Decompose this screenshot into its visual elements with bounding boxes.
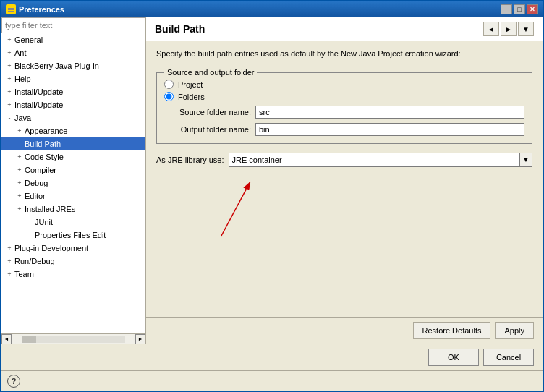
dropdown-arrow-icon: ▼ bbox=[523, 156, 530, 163]
scroll-left-arrow[interactable]: ◄ bbox=[1, 334, 12, 344]
expand-icon: + bbox=[4, 100, 14, 110]
expand-icon: + bbox=[4, 87, 14, 97]
tree-area: + General + Ant + BlackBerry Java Plug-i… bbox=[1, 33, 145, 333]
sidebar-item-label: BlackBerry Java Plug-in bbox=[14, 61, 99, 70]
preferences-window: Preferences _ □ ✕ + General + Ant bbox=[0, 0, 544, 392]
svg-rect-3 bbox=[8, 11, 14, 12]
arrow-annotation bbox=[156, 171, 532, 243]
jre-input[interactable] bbox=[229, 153, 519, 167]
jre-dropdown-button[interactable]: ▼ bbox=[519, 153, 532, 167]
sidebar-item-label: Install/Update bbox=[14, 101, 63, 109]
jre-row: As JRE library use: ▼ bbox=[156, 153, 532, 167]
sidebar-item-label: General bbox=[14, 35, 43, 44]
expand-icon: + bbox=[4, 269, 14, 279]
source-folder-input[interactable] bbox=[255, 106, 524, 119]
sidebar-item-label: Editor bbox=[25, 192, 46, 200]
expand-icon: + bbox=[4, 74, 14, 84]
sidebar-item-debug[interactable]: + Debug bbox=[1, 176, 145, 189]
panel-title: Build Path bbox=[155, 23, 205, 35]
sidebar-item-label: Appearance bbox=[25, 127, 67, 135]
sidebar-item-ant[interactable]: + Ant bbox=[1, 46, 145, 59]
back-button[interactable]: ◄ bbox=[483, 22, 499, 36]
expand-icon: + bbox=[4, 35, 14, 45]
sidebar-item-rundebug[interactable]: + Run/Debug bbox=[1, 255, 145, 268]
radio-folders-row: Folders bbox=[164, 92, 524, 101]
sidebar-item-appearance[interactable]: + Appearance bbox=[1, 124, 145, 137]
expand-icon: + bbox=[14, 178, 25, 188]
sidebar-item-label: Code Style bbox=[25, 153, 64, 161]
sidebar-item-plugindev[interactable]: + Plug-in Development bbox=[1, 242, 145, 255]
sidebar-item-help[interactable]: + Help bbox=[1, 72, 145, 85]
radio-project-label: Project bbox=[178, 80, 203, 89]
sidebar-item-label: Run/Debug bbox=[14, 257, 55, 265]
sidebar-item-label: Install/Update bbox=[14, 88, 63, 96]
panel-toolbar: ◄ ► ▼ bbox=[483, 22, 534, 36]
source-group-legend: Source and output folder bbox=[164, 68, 257, 77]
expand-icon: + bbox=[14, 191, 25, 201]
source-folder-label: Source folder name: bbox=[164, 108, 251, 116]
sidebar-item-label: Debug bbox=[25, 179, 48, 187]
filter-input[interactable] bbox=[1, 17, 145, 33]
scroll-track bbox=[22, 336, 125, 343]
expand-icon: - bbox=[4, 113, 14, 123]
apply-button[interactable]: Apply bbox=[495, 322, 534, 339]
sidebar-item-junit[interactable]: JUnit bbox=[1, 216, 145, 229]
sidebar-item-label: Ant bbox=[14, 48, 27, 57]
scroll-thumb bbox=[22, 336, 36, 343]
sidebar-scrollbar[interactable]: ◄ ► bbox=[1, 333, 145, 344]
sidebar-item-team[interactable]: + Team bbox=[1, 268, 145, 281]
jre-label: As JRE library use: bbox=[156, 155, 224, 164]
sidebar-item-installedjres[interactable]: + Installed JREs bbox=[1, 203, 145, 216]
sidebar-item-editor[interactable]: + Editor bbox=[1, 189, 145, 203]
expand-icon: + bbox=[4, 243, 14, 253]
main-panel: Build Path ◄ ► ▼ Specify the build path … bbox=[146, 17, 543, 344]
minimize-button[interactable]: _ bbox=[501, 4, 512, 14]
cancel-button[interactable]: Cancel bbox=[483, 349, 534, 366]
back-icon: ◄ bbox=[488, 25, 495, 33]
sidebar-item-label: Build Path bbox=[25, 140, 61, 148]
sidebar-item-blackberry[interactable]: + BlackBerry Java Plug-in bbox=[1, 59, 145, 72]
sidebar-item-label: Team bbox=[14, 270, 34, 278]
maximize-button[interactable]: □ bbox=[514, 4, 525, 14]
help-bar: ? bbox=[1, 370, 543, 391]
sidebar-item-install2[interactable]: + Install/Update bbox=[1, 98, 145, 111]
sidebar-item-buildpath[interactable]: Build Path bbox=[1, 137, 145, 150]
sidebar-item-label: JUnit bbox=[35, 218, 53, 226]
ok-bar: OK Cancel bbox=[1, 344, 543, 370]
svg-rect-2 bbox=[8, 9, 14, 10]
sidebar-item-label: Properties Files Edit bbox=[35, 231, 106, 239]
output-folder-input[interactable] bbox=[255, 123, 524, 136]
output-folder-row: Output folder name: bbox=[164, 123, 524, 136]
sidebar-item-label: Compiler bbox=[25, 166, 56, 174]
radio-project[interactable] bbox=[164, 80, 174, 89]
help-icon[interactable]: ? bbox=[7, 375, 20, 388]
forward-button[interactable]: ► bbox=[501, 22, 517, 36]
expand-icon: + bbox=[14, 204, 25, 214]
expand-icon: + bbox=[4, 61, 14, 71]
panel-body: Specify the build path entries used as d… bbox=[146, 41, 543, 317]
annotation-arrow-svg bbox=[156, 171, 301, 243]
expand-icon: + bbox=[14, 165, 25, 175]
radio-folders-label: Folders bbox=[178, 93, 205, 101]
sidebar-item-label: Java bbox=[14, 114, 31, 122]
sidebar-item-install1[interactable]: + Install/Update bbox=[1, 85, 145, 98]
ok-button[interactable]: OK bbox=[428, 349, 479, 366]
scroll-right-arrow[interactable]: ► bbox=[135, 334, 145, 344]
forward-icon: ► bbox=[505, 25, 512, 33]
title-bar-left: Preferences bbox=[6, 4, 64, 14]
sidebar-item-propfiles[interactable]: Properties Files Edit bbox=[1, 229, 145, 242]
description-text: Specify the build path entries used as d… bbox=[156, 48, 532, 59]
close-button[interactable]: ✕ bbox=[527, 4, 538, 14]
expand-icon bbox=[25, 217, 35, 227]
window-controls: _ □ ✕ bbox=[501, 4, 538, 14]
menu-button[interactable]: ▼ bbox=[518, 22, 534, 36]
restore-defaults-button[interactable]: Restore Defaults bbox=[413, 322, 491, 339]
radio-folders[interactable] bbox=[164, 92, 174, 101]
sidebar-item-label: Help bbox=[14, 74, 31, 83]
sidebar-item-compiler[interactable]: + Compiler bbox=[1, 163, 145, 176]
jre-select-wrapper: ▼ bbox=[229, 153, 532, 167]
expand-icon: + bbox=[14, 152, 25, 162]
sidebar-item-general[interactable]: + General bbox=[1, 33, 145, 46]
sidebar-item-codestyle[interactable]: + Code Style bbox=[1, 150, 145, 163]
sidebar-item-java[interactable]: - Java bbox=[1, 111, 145, 124]
